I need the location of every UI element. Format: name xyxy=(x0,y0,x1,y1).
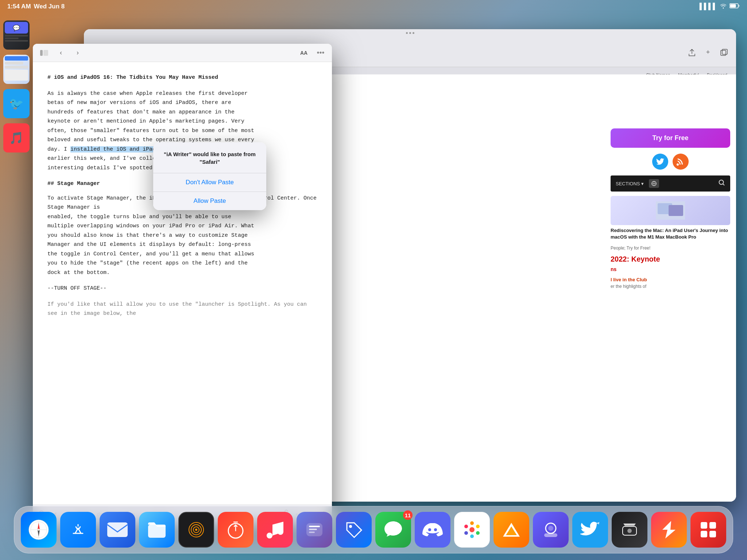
writer-back-button[interactable]: ‹ xyxy=(55,47,67,59)
sections-label[interactable]: SECTIONS ▾ xyxy=(616,181,644,186)
svg-point-40 xyxy=(469,527,475,532)
dock-discord[interactable] xyxy=(415,512,450,548)
svg-rect-36 xyxy=(309,526,320,527)
svg-rect-55 xyxy=(709,522,716,529)
date: Wed Jun 8 xyxy=(34,3,65,10)
svg-rect-51 xyxy=(544,533,557,537)
club-link: l live in the Club xyxy=(611,277,730,282)
dont-allow-paste-button[interactable]: Don't Allow Paste xyxy=(153,173,266,192)
font-size-button[interactable]: AA xyxy=(298,47,310,59)
dock-pricetag[interactable] xyxy=(336,512,372,548)
theme-toggle[interactable] xyxy=(649,179,659,188)
dock-pockity[interactable] xyxy=(297,512,332,548)
macstories-nav: SECTIONS ▾ xyxy=(611,175,730,192)
club-sub: er the highlights of xyxy=(611,284,730,289)
status-bar: 1:54 AM Wed Jun 8 ▌▌▌▌ xyxy=(0,0,747,13)
svg-point-50 xyxy=(548,526,553,531)
svg-point-46 xyxy=(464,525,468,528)
wwdc-title: 2022: Keynotens xyxy=(611,254,730,273)
try-for-free-button[interactable]: Try for Free xyxy=(611,128,730,148)
svg-point-45 xyxy=(464,531,468,535)
svg-rect-1 xyxy=(730,4,736,7)
battery-icon xyxy=(729,3,740,11)
dock-appstore[interactable] xyxy=(60,512,96,548)
article-1-title: Rediscovering the Mac: An iPad User's Jo… xyxy=(611,227,730,240)
dock: 11 xyxy=(14,506,733,553)
dock-mastonaut[interactable] xyxy=(533,512,569,548)
macstories-sidebar: Try for Free SECTIONS ▾ xyxy=(605,120,736,502)
search-icon[interactable] xyxy=(719,179,725,188)
time: 1:54 AM xyxy=(7,3,31,10)
dock-photos[interactable] xyxy=(454,512,490,548)
paste-dialog-title: "iA Writer" would like to paste from "Sa… xyxy=(153,142,266,169)
ia-writer-toolbar: ‹ › AA ••• xyxy=(33,44,332,62)
svg-rect-16 xyxy=(40,50,43,56)
stage-manager-sidebar: 💬 🐦 🎵 xyxy=(0,13,33,502)
svg-rect-17 xyxy=(43,50,48,56)
sidebar-toggle-icon[interactable] xyxy=(38,47,50,59)
social-icons xyxy=(611,154,730,170)
paste-dialog: "iA Writer" would like to paste from "Sa… xyxy=(153,142,266,210)
turn-off-label: --TURN OFF STAGE-- xyxy=(47,284,317,293)
svg-point-42 xyxy=(476,525,480,528)
signal-icon: ▌▌▌▌ xyxy=(700,3,717,10)
dock-timing[interactable] xyxy=(218,512,253,548)
svg-point-10 xyxy=(677,163,679,166)
svg-rect-37 xyxy=(309,529,317,530)
messages-badge: 11 xyxy=(403,510,413,520)
svg-point-39 xyxy=(349,525,352,528)
dock-touchid[interactable] xyxy=(178,512,214,548)
wifi-icon xyxy=(719,3,727,11)
new-tab-button[interactable]: + xyxy=(702,46,714,59)
article-1[interactable]: Rediscovering the Mac: An iPad User's Jo… xyxy=(611,196,730,240)
svg-rect-57 xyxy=(709,531,716,537)
dock-twitter[interactable] xyxy=(572,512,608,548)
svg-rect-2 xyxy=(739,5,740,7)
svg-rect-56 xyxy=(701,531,707,537)
svg-point-43 xyxy=(476,531,480,535)
twitter-icon[interactable] xyxy=(652,154,668,170)
svg-point-41 xyxy=(470,521,474,525)
article-heading: # iOS and iPadOS 16: The Tidbits You May… xyxy=(47,73,317,82)
dock-overflow[interactable] xyxy=(690,512,726,548)
share-button[interactable] xyxy=(686,46,698,59)
club-section[interactable]: l live in the Club er the highlights of xyxy=(611,277,730,289)
svg-rect-54 xyxy=(701,522,707,529)
svg-rect-15 xyxy=(669,205,683,216)
dock-files[interactable] xyxy=(139,512,175,548)
dock-messages[interactable]: 11 xyxy=(375,512,411,548)
wwdc-section[interactable]: 2022: Keynotens xyxy=(611,254,730,273)
rss-icon[interactable] xyxy=(673,154,689,170)
sidebar-app-2[interactable] xyxy=(3,55,30,84)
svg-point-53 xyxy=(627,529,632,533)
ia-writer-content: # iOS and iPadOS 16: The Tidbits You May… xyxy=(33,62,332,505)
svg-rect-38 xyxy=(309,532,315,533)
dock-music[interactable] xyxy=(257,512,293,548)
sidebar-app-music[interactable]: 🎵 xyxy=(3,123,30,152)
sidebar-app-twitter[interactable]: 🐦 xyxy=(3,89,30,118)
dock-safari[interactable] xyxy=(21,512,57,548)
people-try-label: People; Try for Free! xyxy=(611,246,730,251)
allow-paste-button[interactable]: Allow Paste xyxy=(153,192,266,210)
dock-shortcuts[interactable] xyxy=(651,512,687,548)
article-1-thumbnail xyxy=(611,196,730,225)
dock-reeder[interactable] xyxy=(494,512,529,548)
svg-rect-8 xyxy=(721,50,726,55)
dock-notchmeister[interactable] xyxy=(612,512,647,548)
svg-point-44 xyxy=(470,534,474,538)
try-for-free-label: Try for Free xyxy=(652,134,688,142)
sidebar-app-discord[interactable]: 💬 xyxy=(3,20,30,50)
svg-rect-27 xyxy=(107,522,128,537)
svg-point-12 xyxy=(719,180,724,185)
ia-writer-window[interactable]: ‹ › AA ••• # iOS and iPadOS 16: The Tidb… xyxy=(33,44,332,524)
safari-window-dots xyxy=(84,29,736,38)
writer-forward-button[interactable]: › xyxy=(71,47,84,59)
more-options-button[interactable]: ••• xyxy=(314,47,327,59)
dock-mail[interactable] xyxy=(100,512,135,548)
show-tabs-button[interactable] xyxy=(718,46,730,59)
svg-rect-9 xyxy=(722,49,727,54)
article-continuation: If you'd like that will allow you to use… xyxy=(47,300,317,318)
svg-point-32 xyxy=(195,529,197,531)
